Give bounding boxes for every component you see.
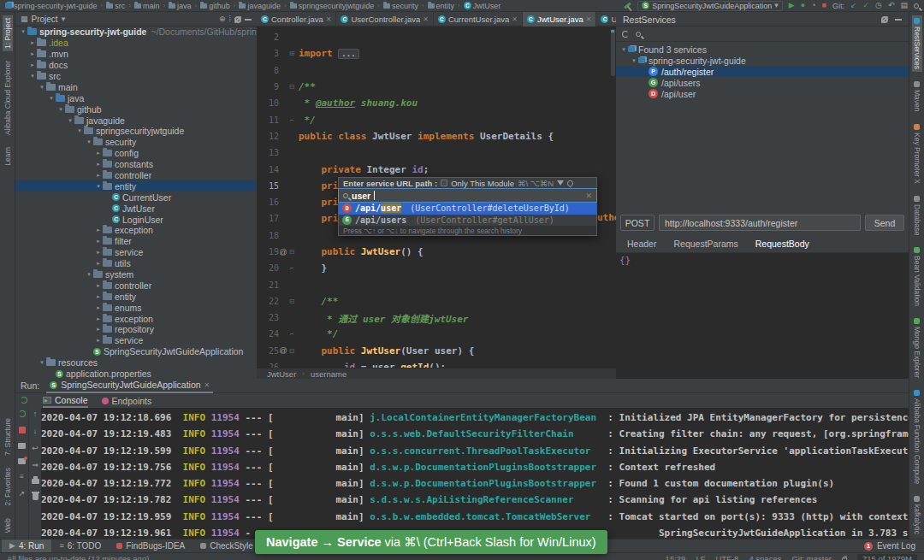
scroll-up-icon[interactable]: ↑ <box>33 410 38 418</box>
tree-item-application-properties[interactable]: Sapplication.properties <box>15 368 257 379</box>
code-line[interactable]: 8 <box>257 62 616 79</box>
tool-window-button-alibaba-cloud-explorer[interactable]: Alibaba Cloud Explorer <box>3 58 13 138</box>
service-url-search-input[interactable]: user ✕ <box>338 188 597 203</box>
fold-icon[interactable]: ⊟ <box>287 83 296 91</box>
gear-icon[interactable] <box>234 16 241 23</box>
tree-item-constants[interactable]: ▸constants <box>15 159 257 170</box>
fold-icon[interactable]: ⊞ <box>287 50 296 57</box>
fold-icon[interactable]: ⊟ <box>287 248 296 256</box>
breadcrumb-item[interactable]: java <box>169 2 192 10</box>
scroll-to-end-icon[interactable]: ⇒ <box>32 462 38 469</box>
print-icon[interactable] <box>32 479 39 484</box>
status-widget-git-master[interactable]: Git: master <box>791 554 831 560</box>
search-result-apiusers[interactable]: G/api/users (UserController#getAllUser) <box>339 215 596 227</box>
tree-arrow-icon[interactable]: ▸ <box>94 227 103 233</box>
tree-arrow-icon[interactable]: ▾ <box>85 271 93 278</box>
tool-window-button-kafkalytic[interactable]: kafkalytic <box>912 493 922 537</box>
search-icon[interactable] <box>914 3 919 9</box>
project-panel-title[interactable]: Project <box>32 15 58 24</box>
event-log-widget[interactable]: 1Event Log <box>864 541 924 551</box>
collapse-all-icon[interactable]: ⁞ <box>228 15 231 23</box>
terminal-icon[interactable]: ▤ <box>900 2 908 9</box>
tree-arrow-icon[interactable]: ▸ <box>94 326 103 333</box>
tree-item-docs[interactable]: ▸docs <box>15 60 257 71</box>
tree-arrow-icon[interactable]: ▾ <box>56 106 65 113</box>
breadcrumb-item[interactable]: entity <box>428 2 455 10</box>
code-line[interactable]: 20⌐ } <box>257 260 616 276</box>
tree-item--mvn[interactable]: ▸.mvn <box>15 49 257 60</box>
status-widget-4-spaces[interactable]: 4 spaces <box>749 554 781 560</box>
history-icon[interactable]: ◷ <box>875 2 882 9</box>
breadcrumb-member[interactable]: username <box>311 369 346 379</box>
tool-window-button-learn[interactable]: Learn <box>3 144 13 168</box>
bottom-bar-6-todo[interactable]: ≡6: TODO <box>51 539 109 553</box>
gear-icon[interactable] <box>881 16 888 23</box>
breadcrumb-item[interactable]: javaguide <box>239 2 281 10</box>
tree-arrow-icon[interactable]: ▸ <box>94 315 103 322</box>
tree-arrow-icon[interactable]: ▾ <box>47 95 56 102</box>
status-widget-lf[interactable]: LF <box>696 554 705 560</box>
tree-item-root[interactable]: ▾spring-security-jwt-guide~/Documents/Gi… <box>15 27 257 38</box>
tree-item-controller[interactable]: ▸controller <box>15 280 257 291</box>
code-line[interactable]: 19@⊟ public JwtUser() { <box>257 244 616 260</box>
fold-icon[interactable]: ⌐ <box>287 116 296 124</box>
tree-item-filter[interactable]: ▸filter <box>15 236 257 247</box>
tree-item-exception[interactable]: ▸exception <box>15 313 257 324</box>
settings-icon[interactable]: ≡ <box>20 474 24 480</box>
clear-console-icon[interactable] <box>33 493 38 500</box>
request-body-editor[interactable]: {} <box>616 252 909 379</box>
tree-item-repository[interactable]: ▸repository <box>15 324 257 335</box>
tree-arrow-icon[interactable]: ▸ <box>94 282 103 289</box>
editor-tab-CurrentUser-java[interactable]: CCurrentUser.java✕ <box>434 12 523 27</box>
tree-item-CurrentUser[interactable]: CCurrentUser <box>15 192 257 203</box>
tool-window-button-restservices[interactable]: RestServices <box>912 15 922 72</box>
stop-icon[interactable]: ■ <box>822 2 826 9</box>
breadcrumb-item[interactable]: src <box>106 2 125 10</box>
editor-tab-Controller-java[interactable]: CController.java✕ <box>257 12 336 27</box>
tree-item-exception[interactable]: ▸exception <box>15 225 257 236</box>
search-icon[interactable] <box>636 32 641 37</box>
tree-item-resources[interactable]: ▾resources <box>15 357 257 368</box>
tool-window-button-bean-validation[interactable]: Bean Validation <box>912 245 922 309</box>
close-icon[interactable]: ✕ <box>512 15 518 23</box>
tree-item-main[interactable]: ▾main <box>15 81 257 92</box>
close-icon[interactable]: ✕ <box>586 15 592 23</box>
refresh-icon[interactable] <box>622 31 629 38</box>
bottom-bar-findbugs-idea[interactable]: FindBugs-IDEA <box>109 539 192 553</box>
service--api-user[interactable]: D/api/user <box>616 88 909 99</box>
fold-icon[interactable]: ⌐ <box>287 264 296 272</box>
build-icon[interactable] <box>624 2 631 9</box>
breadcrumb-item[interactable]: main <box>134 2 160 10</box>
code-line[interactable]: 2 <box>257 29 616 45</box>
code-line[interactable]: 9⊟/** <box>257 79 616 95</box>
tree-arrow-icon[interactable]: ▾ <box>19 28 27 35</box>
http-method-button[interactable]: POST <box>620 215 654 231</box>
hide-panel-icon[interactable] <box>245 19 252 21</box>
tree-item-JwtUser[interactable]: CJwtUser <box>15 203 257 214</box>
code-line[interactable]: 12public class JwtUser implements UserDe… <box>257 128 616 144</box>
tree-item-springsecurityjwtguide[interactable]: ▾springsecurityjwtguide <box>15 126 257 137</box>
rest-tree-project[interactable]: ▾spring-security-jwt-guide <box>616 55 909 66</box>
status-widget-715-of-1979m[interactable]: 715 of 1979M <box>857 554 917 560</box>
tree-arrow-icon[interactable]: ▾ <box>619 46 628 53</box>
run-icon[interactable]: ▶ <box>789 2 795 9</box>
tree-item-config[interactable]: ▸config <box>15 148 257 159</box>
console-log[interactable]: 2020-04-07 19:12:18.696 INFO 11954 --- [… <box>41 408 909 539</box>
tool-window-button-maven[interactable]: Maven <box>912 79 922 115</box>
tree-arrow-icon[interactable]: ▸ <box>94 260 103 267</box>
tree-item-service[interactable]: ▸service <box>15 335 257 346</box>
tree-item-service[interactable]: ▸service <box>15 247 257 258</box>
bottom-bar-4-run[interactable]: ▶4: Run <box>2 539 51 553</box>
checkbox-label[interactable]: Only This Module <box>451 179 514 188</box>
stop-icon[interactable] <box>19 427 26 433</box>
tree-item-security[interactable]: ▾security <box>15 137 257 148</box>
soft-wrap-icon[interactable]: ↩ <box>32 445 38 452</box>
code-line[interactable]: 22⊟ /** <box>257 293 616 309</box>
git-commit-icon[interactable]: ✓ <box>863 2 870 9</box>
tree-arrow-icon[interactable]: ▾ <box>28 73 37 80</box>
tool-window-button-alibaba-function-compute[interactable]: Alibaba Function Compute <box>912 387 922 486</box>
tree-item-entity[interactable]: ▸entity <box>15 291 257 302</box>
tree-arrow-icon[interactable]: ▾ <box>38 84 46 91</box>
clear-icon[interactable]: ✕ <box>585 192 592 200</box>
breadcrumb-class[interactable]: JwtUser <box>267 369 296 379</box>
